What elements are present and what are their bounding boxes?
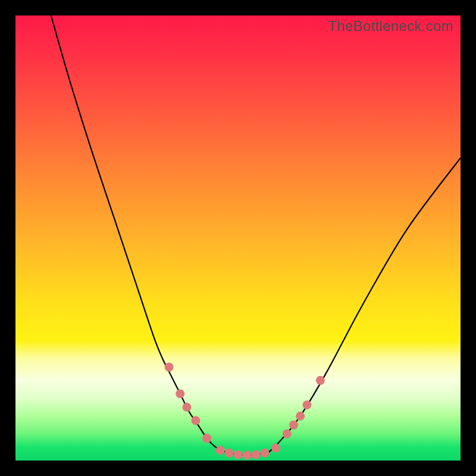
zone-markers-group xyxy=(165,362,325,459)
zone-marker-dot xyxy=(216,446,225,455)
zone-marker-dot xyxy=(165,362,174,371)
zone-marker-dot xyxy=(296,412,305,421)
zone-marker-dot xyxy=(234,450,243,459)
chart-frame: TheBottleneck.com xyxy=(0,0,476,476)
zone-marker-dot xyxy=(251,450,260,459)
zone-marker-dot xyxy=(302,400,311,409)
zone-marker-dot xyxy=(260,449,269,458)
zone-marker-dot xyxy=(271,444,280,453)
zone-marker-dot xyxy=(191,416,200,425)
zone-marker-dot xyxy=(182,403,191,412)
zone-marker-dot xyxy=(283,430,292,439)
zone-marker-dot xyxy=(225,449,234,458)
zone-marker-dot xyxy=(242,451,251,460)
curve-line xyxy=(51,15,461,455)
zone-marker-dot xyxy=(316,376,325,385)
gradient-plot-area: TheBottleneck.com xyxy=(15,15,461,461)
zone-marker-dot xyxy=(202,434,211,443)
zone-marker-dot xyxy=(289,421,298,430)
bottleneck-curve xyxy=(15,15,461,461)
zone-marker-dot xyxy=(176,389,184,398)
